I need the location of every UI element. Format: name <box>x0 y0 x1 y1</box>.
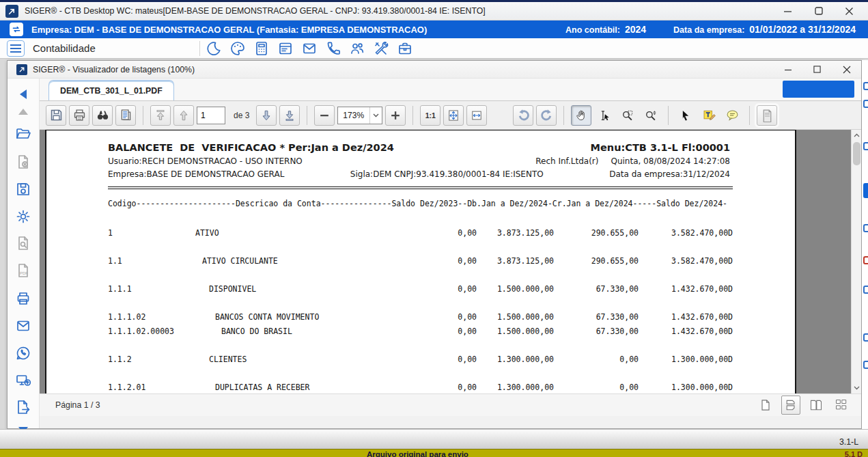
next-page-button[interactable] <box>256 105 277 126</box>
mail-icon[interactable] <box>301 40 318 57</box>
moon-icon[interactable] <box>206 40 222 57</box>
zoom-level-combo[interactable]: 173% <box>337 107 382 124</box>
window-controls <box>783 6 863 16</box>
zoom-marquee-tool-button[interactable] <box>617 105 638 126</box>
row-descricao: DUPLICATAS A RECEBER <box>215 383 309 392</box>
page-number-input[interactable] <box>197 107 225 124</box>
form-icon[interactable] <box>277 40 294 57</box>
minimize-button[interactable] <box>783 6 793 16</box>
report-sigla: Sigla:DEM CNPJ:93.419.380/0001-84 IE:ISE… <box>350 169 544 180</box>
print-pdf-button[interactable] <box>69 105 89 126</box>
find-button[interactable] <box>92 105 113 126</box>
scrollbar-down-icon[interactable] <box>852 383 861 393</box>
banner-right-text: 5.1 D <box>845 450 863 457</box>
first-page-button[interactable] <box>150 105 171 126</box>
vertical-scrollbar[interactable] <box>851 130 861 393</box>
row-descricao: BANCOS CONTA MOVIMENTO <box>215 312 319 322</box>
close-button[interactable] <box>844 6 854 16</box>
file-cancel-icon[interactable] <box>15 154 31 170</box>
scroll-up-icon[interactable] <box>15 103 31 120</box>
viewer-window: SIGER® - Visualizador de listagens (100%… <box>7 60 862 429</box>
row-saldo: 3.582.470,00D <box>671 256 733 266</box>
file-pdf-icon[interactable]: PDF <box>15 262 31 279</box>
file-export-icon[interactable] <box>15 399 31 415</box>
page-count-label: de 3 <box>234 111 249 120</box>
row-descricao: ATIVO CIRCULANTE <box>202 256 278 266</box>
pdf-page: BALANCETE DE VERIFICACAO * Per:Jan a Dez… <box>45 130 796 393</box>
row-descricao: DISPONIVEL <box>209 284 256 294</box>
scrollbar-thumb[interactable] <box>853 142 860 165</box>
collapse-left-icon[interactable] <box>15 86 31 102</box>
table-row: 1.1.2.01DUPLICATAS A RECEBER0,001.300.00… <box>108 383 733 393</box>
company-date-value: 01/01/2022 a 31/12/2024 <box>749 24 856 35</box>
hand-tool-button[interactable] <box>571 105 591 126</box>
select-tool-button[interactable] <box>675 105 696 126</box>
switch-company-icon[interactable] <box>10 23 23 36</box>
edge-partial-icon <box>863 286 868 294</box>
save-pdf-button[interactable] <box>46 105 66 126</box>
row-debito: 1.300.000,00 <box>497 383 554 392</box>
edge-partial-icon <box>863 142 868 150</box>
continuous-layout-icon[interactable] <box>781 396 800 415</box>
facing-pages-layout-icon[interactable] <box>807 396 826 415</box>
company-name: Empresa: DEM - BASE DE DEMONSTRACAO GERA… <box>31 25 427 35</box>
phone-icon[interactable] <box>325 40 341 57</box>
row-saldo-anterior: 0,00 <box>458 327 477 336</box>
report-menu-ref: Menu:CTB 3.1-L Fl:00001 <box>591 141 730 154</box>
table-row: 1.1.2CLIENTES0,001.300.000,000,001.300.0… <box>108 355 733 366</box>
screen-upload-icon[interactable] <box>15 372 31 389</box>
single-page-layout-icon[interactable] <box>756 396 775 415</box>
tab-document[interactable]: DEM_CTB_301_L_01.PDF <box>48 80 174 100</box>
maximize-button[interactable] <box>813 6 824 16</box>
viewer-minimize-button[interactable] <box>783 64 793 74</box>
open-folder-icon[interactable] <box>15 126 31 142</box>
palette-icon[interactable] <box>229 40 246 57</box>
page-thumbnails-button[interactable] <box>757 105 777 126</box>
whatsapp-icon[interactable] <box>15 345 31 361</box>
module-bar: Contabilidade <box>0 38 868 59</box>
print-icon[interactable] <box>15 290 31 307</box>
settings-gear-icon[interactable] <box>15 208 31 225</box>
viewer-maximize-button[interactable] <box>812 64 822 74</box>
fit-width-button[interactable] <box>466 105 487 126</box>
tab-strip-blue-panel[interactable] <box>783 81 854 98</box>
text-select-tool-button[interactable] <box>594 105 615 126</box>
viewer-close-button[interactable] <box>841 64 852 74</box>
users-icon[interactable] <box>349 40 365 57</box>
briefcase-icon[interactable] <box>397 40 413 57</box>
pdf-canvas[interactable]: BALANCETE DE VERIFICACAO * Per:Jan a Dez… <box>40 130 861 393</box>
actual-size-button[interactable]: 1:1 <box>420 105 440 126</box>
rotate-ccw-button[interactable] <box>513 105 533 126</box>
right-edge-strip <box>862 60 868 429</box>
siger-logo-icon <box>5 5 18 18</box>
scrollbar-up-icon[interactable] <box>852 130 861 141</box>
zoom-in-button[interactable] <box>385 105 406 126</box>
row-codigo: 1.1 <box>108 256 122 266</box>
file-search-icon[interactable] <box>15 235 31 251</box>
row-debito: 1.500.000,00 <box>497 327 554 336</box>
row-debito: 1.500.000,00 <box>497 312 554 322</box>
company-bar-right: Ano contábil: 2024 Data da empresa: 01/0… <box>565 24 858 35</box>
note-comment-button[interactable] <box>722 105 742 126</box>
report-vendor: Rech Inf.Ltda(r) <box>535 156 598 167</box>
previous-page-button[interactable] <box>173 105 194 126</box>
mail-send-icon[interactable] <box>15 318 31 334</box>
chevron-down-icon[interactable] <box>369 107 382 124</box>
fit-page-button[interactable] <box>443 105 464 126</box>
rotate-cw-button[interactable] <box>536 105 557 126</box>
report-user: Usuario:RECH DEMONSTRACAO - USO INTERNO <box>108 156 303 167</box>
save-icon[interactable] <box>15 181 31 197</box>
last-page-button[interactable] <box>279 105 300 126</box>
menu-hamburger-icon[interactable] <box>7 40 25 57</box>
continuous-facing-layout-icon[interactable] <box>832 396 851 415</box>
tools-icon[interactable] <box>373 40 389 57</box>
svg-text:PDF: PDF <box>20 271 28 275</box>
zoom-dynamic-tool-button[interactable] <box>641 105 661 126</box>
page-list-button[interactable] <box>115 105 136 126</box>
menu-version-label: 3.1-L <box>839 437 858 447</box>
fiscal-year-label: Ano contábil: <box>565 25 620 35</box>
calculator-icon[interactable] <box>253 40 270 57</box>
text-annotation-button[interactable] <box>699 105 719 126</box>
row-saldo: 3.582.470,00D <box>671 228 733 238</box>
zoom-out-button[interactable] <box>314 105 335 126</box>
